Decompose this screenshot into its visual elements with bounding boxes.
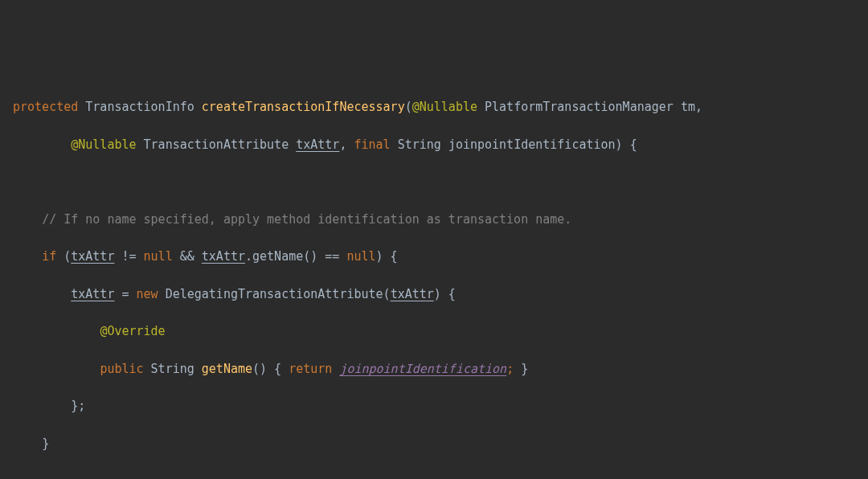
code-line — [6, 173, 868, 191]
code-line: txAttr = new DelegatingTransactionAttrib… — [6, 285, 868, 304]
code-line: // If no name specified, apply method id… — [6, 211, 868, 229]
code-block: protected TransactionInfo createTransact… — [0, 75, 868, 479]
code-line: if (txAttr != null && txAttr.getName() =… — [6, 248, 868, 266]
code-line: @Nullable TransactionAttribute txAttr, f… — [6, 136, 868, 154]
code-line — [6, 472, 868, 479]
code-line: } — [6, 435, 868, 453]
code-line: protected TransactionInfo createTransact… — [6, 98, 868, 117]
code-line: public String getName() { return joinpoi… — [6, 360, 868, 379]
code-line: }; — [6, 397, 868, 416]
code-line: @Override — [6, 322, 868, 341]
